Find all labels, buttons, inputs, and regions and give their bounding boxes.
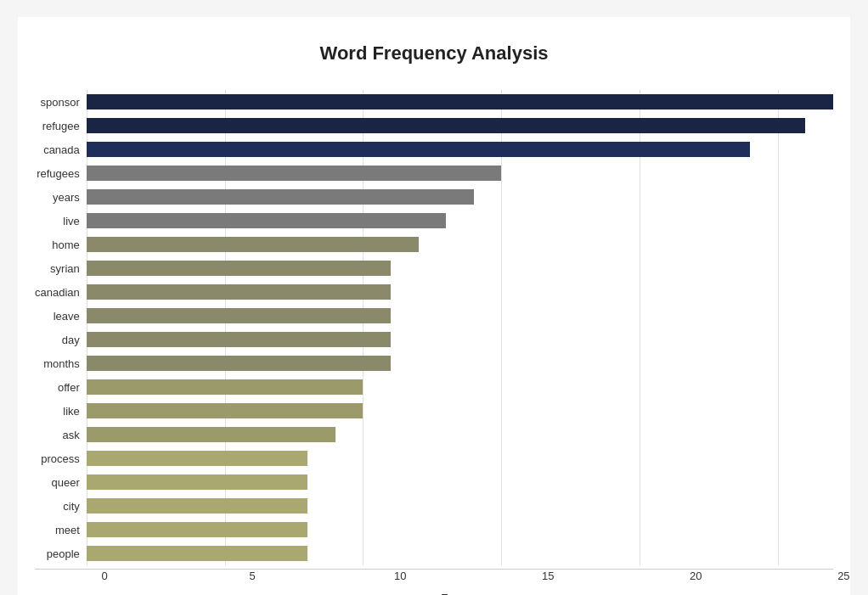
bar (87, 379, 364, 395)
bar (87, 332, 391, 347)
y-label: canadian (35, 280, 80, 304)
x-axis: 0510152025 Frequency (35, 569, 833, 595)
bar-row (87, 494, 833, 518)
bar (87, 284, 391, 300)
bar-row (87, 209, 833, 233)
y-label: syrian (50, 256, 80, 280)
x-tick: 25 (837, 570, 849, 582)
bar-row (87, 423, 833, 446)
bar-row (87, 185, 833, 209)
bar (87, 94, 833, 109)
bar (87, 166, 501, 181)
bar-row (87, 399, 833, 423)
y-label: day (62, 328, 80, 351)
y-label: refugees (37, 161, 80, 185)
chart-area: sponsorrefugeecanadarefugeesyearslivehom… (35, 90, 833, 595)
bar-row (87, 233, 833, 256)
y-label: sponsor (41, 90, 80, 114)
y-label: people (47, 542, 80, 565)
y-label: queer (52, 470, 80, 494)
bar (87, 522, 308, 537)
bar (87, 403, 364, 418)
bar (87, 498, 308, 514)
bar (87, 237, 419, 252)
bar (87, 427, 335, 442)
bar (87, 474, 308, 490)
chart-container: Word Frequency Analysis sponsorrefugeeca… (18, 17, 850, 595)
x-tick: 5 (249, 570, 255, 582)
y-label: meet (55, 518, 80, 542)
bar-row (87, 518, 833, 542)
x-tick: 20 (690, 570, 702, 582)
y-label: ask (63, 423, 80, 446)
bar (87, 213, 446, 228)
y-label: canada (43, 138, 80, 161)
bar (87, 118, 806, 133)
bar-row (87, 375, 833, 399)
bar-row (87, 138, 833, 161)
bar (87, 142, 751, 157)
y-label: refugee (42, 114, 80, 138)
bar-row (87, 114, 833, 138)
x-tick: 0 (101, 570, 107, 582)
x-tick: 10 (394, 570, 406, 582)
bar-row (87, 280, 833, 304)
y-label: process (41, 446, 80, 470)
x-axis-label: Frequency (104, 592, 833, 595)
bar (87, 189, 474, 205)
bar (87, 261, 391, 276)
bars-section: sponsorrefugeecanadarefugeesyearslivehom… (35, 90, 833, 565)
bars-and-grid (87, 90, 833, 565)
x-ticks: 0510152025 (104, 570, 868, 587)
bar-row (87, 542, 833, 565)
y-label: city (63, 494, 80, 518)
bar-row (87, 351, 833, 375)
x-tick: 15 (542, 570, 554, 582)
y-labels: sponsorrefugeecanadarefugeesyearslivehom… (35, 90, 80, 565)
y-label: home (52, 233, 80, 256)
bar-row (87, 90, 833, 114)
chart-title: Word Frequency Analysis (35, 42, 833, 65)
bar-row (87, 446, 833, 470)
bar-row (87, 161, 833, 185)
y-label: live (63, 209, 80, 233)
y-label: leave (54, 304, 80, 328)
bar (87, 308, 391, 323)
bar-row (87, 304, 833, 328)
y-label: like (63, 399, 80, 423)
bar (87, 356, 391, 371)
y-label: months (43, 351, 80, 375)
bar (87, 451, 308, 466)
bar-row (87, 470, 833, 494)
y-label: offer (58, 375, 80, 399)
y-label: years (53, 185, 80, 209)
bar (87, 546, 308, 561)
bar-row (87, 328, 833, 351)
bar-row (87, 256, 833, 280)
